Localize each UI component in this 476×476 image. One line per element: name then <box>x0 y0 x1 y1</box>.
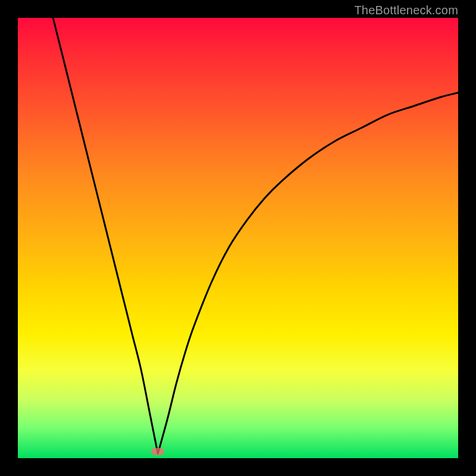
curve-svg <box>18 18 458 458</box>
minimum-marker <box>151 448 164 455</box>
plot-area <box>18 18 458 458</box>
bottleneck-curve <box>53 18 458 454</box>
chart-container: TheBottleneck.com <box>0 0 476 476</box>
watermark-text: TheBottleneck.com <box>354 4 458 17</box>
